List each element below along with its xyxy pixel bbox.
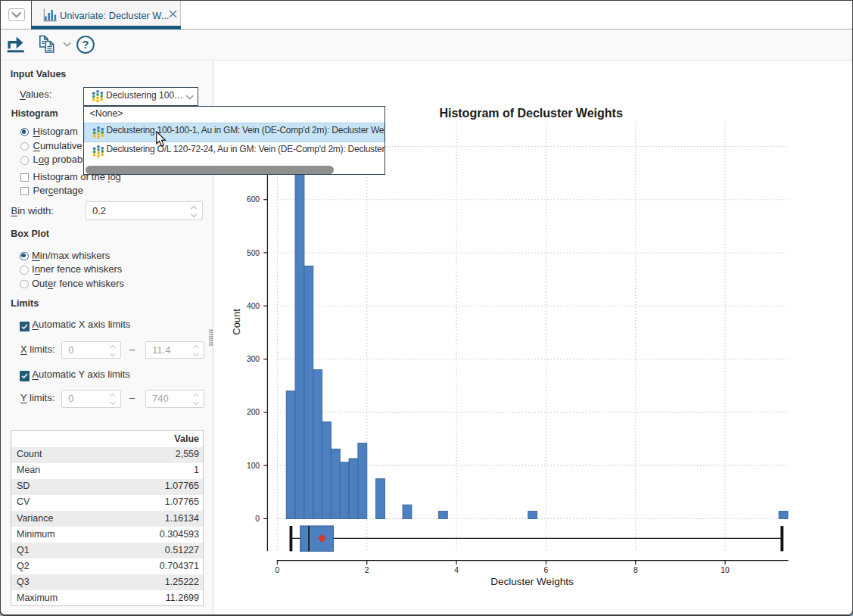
svg-text:?: ? (82, 39, 89, 51)
svg-text:0: 0 (256, 515, 260, 523)
svg-text:200: 200 (247, 409, 260, 417)
svg-text:Histogram of Decluster Weights: Histogram of Decluster Weights (440, 107, 624, 120)
svg-text:100: 100 (247, 462, 260, 470)
svg-text:2: 2 (365, 566, 369, 574)
svg-text:Decluster Weights: Decluster Weights (491, 576, 574, 587)
svg-text:10: 10 (721, 566, 730, 574)
svg-text:Count: Count (232, 309, 243, 335)
svg-text:0: 0 (276, 566, 280, 574)
svg-text:8: 8 (634, 566, 638, 574)
svg-text:6: 6 (544, 566, 549, 574)
svg-text:400: 400 (247, 302, 260, 310)
svg-text:600: 600 (247, 196, 260, 204)
svg-text:4: 4 (455, 566, 459, 574)
svg-text:500: 500 (247, 249, 260, 257)
svg-text:300: 300 (247, 355, 260, 363)
